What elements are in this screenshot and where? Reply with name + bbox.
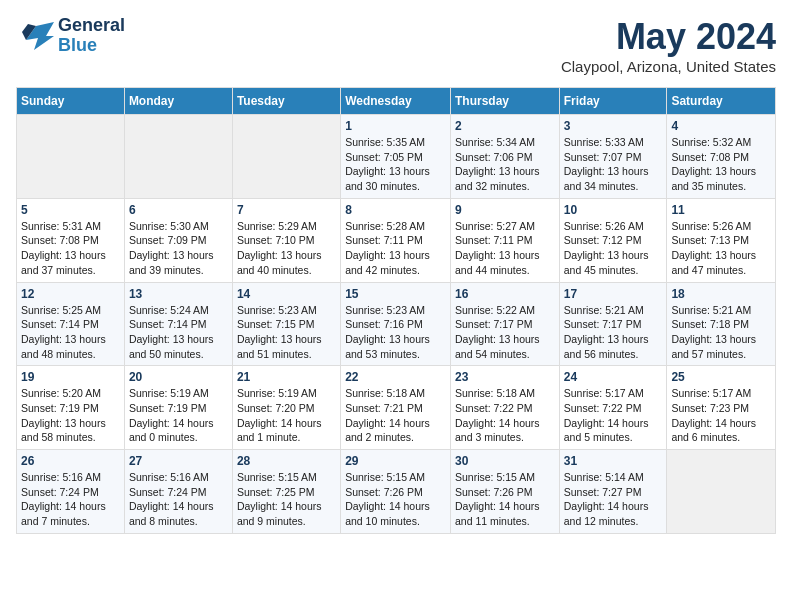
page-subtitle: Claypool, Arizona, United States: [561, 58, 776, 75]
day-info: Sunrise: 5:18 AM Sunset: 7:22 PM Dayligh…: [455, 386, 555, 445]
day-number: 16: [455, 287, 555, 301]
calendar-cell: 6Sunrise: 5:30 AM Sunset: 7:09 PM Daylig…: [124, 198, 232, 282]
day-number: 18: [671, 287, 771, 301]
day-info: Sunrise: 5:21 AM Sunset: 7:18 PM Dayligh…: [671, 303, 771, 362]
calendar-cell: 8Sunrise: 5:28 AM Sunset: 7:11 PM Daylig…: [341, 198, 451, 282]
calendar-cell: 19Sunrise: 5:20 AM Sunset: 7:19 PM Dayli…: [17, 366, 125, 450]
day-number: 12: [21, 287, 120, 301]
weekday-header-wednesday: Wednesday: [341, 88, 451, 115]
calendar-cell: 16Sunrise: 5:22 AM Sunset: 7:17 PM Dayli…: [450, 282, 559, 366]
day-info: Sunrise: 5:19 AM Sunset: 7:19 PM Dayligh…: [129, 386, 228, 445]
day-number: 15: [345, 287, 446, 301]
day-info: Sunrise: 5:25 AM Sunset: 7:14 PM Dayligh…: [21, 303, 120, 362]
calendar-cell: 29Sunrise: 5:15 AM Sunset: 7:26 PM Dayli…: [341, 450, 451, 534]
day-info: Sunrise: 5:14 AM Sunset: 7:27 PM Dayligh…: [564, 470, 663, 529]
day-info: Sunrise: 5:32 AM Sunset: 7:08 PM Dayligh…: [671, 135, 771, 194]
logo-general: General: [58, 16, 125, 36]
day-info: Sunrise: 5:15 AM Sunset: 7:25 PM Dayligh…: [237, 470, 336, 529]
weekday-header-sunday: Sunday: [17, 88, 125, 115]
day-info: Sunrise: 5:17 AM Sunset: 7:22 PM Dayligh…: [564, 386, 663, 445]
day-info: Sunrise: 5:27 AM Sunset: 7:11 PM Dayligh…: [455, 219, 555, 278]
day-number: 3: [564, 119, 663, 133]
calendar-week-3: 12Sunrise: 5:25 AM Sunset: 7:14 PM Dayli…: [17, 282, 776, 366]
day-number: 9: [455, 203, 555, 217]
day-info: Sunrise: 5:30 AM Sunset: 7:09 PM Dayligh…: [129, 219, 228, 278]
calendar-cell: [232, 115, 340, 199]
calendar-cell: [124, 115, 232, 199]
logo-blue: Blue: [58, 36, 125, 56]
day-info: Sunrise: 5:15 AM Sunset: 7:26 PM Dayligh…: [345, 470, 446, 529]
day-number: 20: [129, 370, 228, 384]
day-info: Sunrise: 5:23 AM Sunset: 7:16 PM Dayligh…: [345, 303, 446, 362]
weekday-header-friday: Friday: [559, 88, 667, 115]
day-info: Sunrise: 5:18 AM Sunset: 7:21 PM Dayligh…: [345, 386, 446, 445]
day-number: 5: [21, 203, 120, 217]
day-info: Sunrise: 5:15 AM Sunset: 7:26 PM Dayligh…: [455, 470, 555, 529]
logo-bird-icon: [16, 22, 54, 50]
calendar-cell: 26Sunrise: 5:16 AM Sunset: 7:24 PM Dayli…: [17, 450, 125, 534]
calendar-cell: 7Sunrise: 5:29 AM Sunset: 7:10 PM Daylig…: [232, 198, 340, 282]
calendar-cell: 1Sunrise: 5:35 AM Sunset: 7:05 PM Daylig…: [341, 115, 451, 199]
day-number: 2: [455, 119, 555, 133]
calendar-cell: 14Sunrise: 5:23 AM Sunset: 7:15 PM Dayli…: [232, 282, 340, 366]
day-number: 6: [129, 203, 228, 217]
calendar-cell: 20Sunrise: 5:19 AM Sunset: 7:19 PM Dayli…: [124, 366, 232, 450]
calendar-cell: 12Sunrise: 5:25 AM Sunset: 7:14 PM Dayli…: [17, 282, 125, 366]
weekday-header-saturday: Saturday: [667, 88, 776, 115]
day-number: 11: [671, 203, 771, 217]
calendar-week-2: 5Sunrise: 5:31 AM Sunset: 7:08 PM Daylig…: [17, 198, 776, 282]
calendar-cell: 9Sunrise: 5:27 AM Sunset: 7:11 PM Daylig…: [450, 198, 559, 282]
calendar-cell: 30Sunrise: 5:15 AM Sunset: 7:26 PM Dayli…: [450, 450, 559, 534]
calendar-cell: 13Sunrise: 5:24 AM Sunset: 7:14 PM Dayli…: [124, 282, 232, 366]
calendar-cell: 15Sunrise: 5:23 AM Sunset: 7:16 PM Dayli…: [341, 282, 451, 366]
day-info: Sunrise: 5:16 AM Sunset: 7:24 PM Dayligh…: [129, 470, 228, 529]
day-number: 28: [237, 454, 336, 468]
calendar-cell: 4Sunrise: 5:32 AM Sunset: 7:08 PM Daylig…: [667, 115, 776, 199]
day-number: 22: [345, 370, 446, 384]
calendar-cell: 11Sunrise: 5:26 AM Sunset: 7:13 PM Dayli…: [667, 198, 776, 282]
day-number: 13: [129, 287, 228, 301]
calendar-cell: 24Sunrise: 5:17 AM Sunset: 7:22 PM Dayli…: [559, 366, 667, 450]
weekday-header-monday: Monday: [124, 88, 232, 115]
day-info: Sunrise: 5:26 AM Sunset: 7:12 PM Dayligh…: [564, 219, 663, 278]
day-info: Sunrise: 5:29 AM Sunset: 7:10 PM Dayligh…: [237, 219, 336, 278]
day-info: Sunrise: 5:24 AM Sunset: 7:14 PM Dayligh…: [129, 303, 228, 362]
day-info: Sunrise: 5:20 AM Sunset: 7:19 PM Dayligh…: [21, 386, 120, 445]
weekday-header-row: SundayMondayTuesdayWednesdayThursdayFrid…: [17, 88, 776, 115]
day-info: Sunrise: 5:17 AM Sunset: 7:23 PM Dayligh…: [671, 386, 771, 445]
calendar-cell: [667, 450, 776, 534]
page-header: General Blue May 2024 Claypool, Arizona,…: [16, 16, 776, 75]
day-info: Sunrise: 5:35 AM Sunset: 7:05 PM Dayligh…: [345, 135, 446, 194]
day-info: Sunrise: 5:26 AM Sunset: 7:13 PM Dayligh…: [671, 219, 771, 278]
day-number: 14: [237, 287, 336, 301]
day-number: 21: [237, 370, 336, 384]
calendar-week-5: 26Sunrise: 5:16 AM Sunset: 7:24 PM Dayli…: [17, 450, 776, 534]
day-number: 7: [237, 203, 336, 217]
calendar-week-4: 19Sunrise: 5:20 AM Sunset: 7:19 PM Dayli…: [17, 366, 776, 450]
calendar-cell: 23Sunrise: 5:18 AM Sunset: 7:22 PM Dayli…: [450, 366, 559, 450]
day-info: Sunrise: 5:33 AM Sunset: 7:07 PM Dayligh…: [564, 135, 663, 194]
day-number: 29: [345, 454, 446, 468]
day-info: Sunrise: 5:22 AM Sunset: 7:17 PM Dayligh…: [455, 303, 555, 362]
calendar-cell: 28Sunrise: 5:15 AM Sunset: 7:25 PM Dayli…: [232, 450, 340, 534]
calendar-cell: 18Sunrise: 5:21 AM Sunset: 7:18 PM Dayli…: [667, 282, 776, 366]
day-number: 4: [671, 119, 771, 133]
day-number: 25: [671, 370, 771, 384]
day-number: 19: [21, 370, 120, 384]
calendar-cell: 17Sunrise: 5:21 AM Sunset: 7:17 PM Dayli…: [559, 282, 667, 366]
day-number: 1: [345, 119, 446, 133]
day-number: 8: [345, 203, 446, 217]
weekday-header-tuesday: Tuesday: [232, 88, 340, 115]
day-number: 17: [564, 287, 663, 301]
day-info: Sunrise: 5:23 AM Sunset: 7:15 PM Dayligh…: [237, 303, 336, 362]
calendar-cell: 25Sunrise: 5:17 AM Sunset: 7:23 PM Dayli…: [667, 366, 776, 450]
calendar-week-1: 1Sunrise: 5:35 AM Sunset: 7:05 PM Daylig…: [17, 115, 776, 199]
calendar-cell: 21Sunrise: 5:19 AM Sunset: 7:20 PM Dayli…: [232, 366, 340, 450]
day-number: 23: [455, 370, 555, 384]
day-info: Sunrise: 5:21 AM Sunset: 7:17 PM Dayligh…: [564, 303, 663, 362]
day-info: Sunrise: 5:28 AM Sunset: 7:11 PM Dayligh…: [345, 219, 446, 278]
day-info: Sunrise: 5:16 AM Sunset: 7:24 PM Dayligh…: [21, 470, 120, 529]
day-number: 10: [564, 203, 663, 217]
day-info: Sunrise: 5:31 AM Sunset: 7:08 PM Dayligh…: [21, 219, 120, 278]
calendar-cell: 22Sunrise: 5:18 AM Sunset: 7:21 PM Dayli…: [341, 366, 451, 450]
